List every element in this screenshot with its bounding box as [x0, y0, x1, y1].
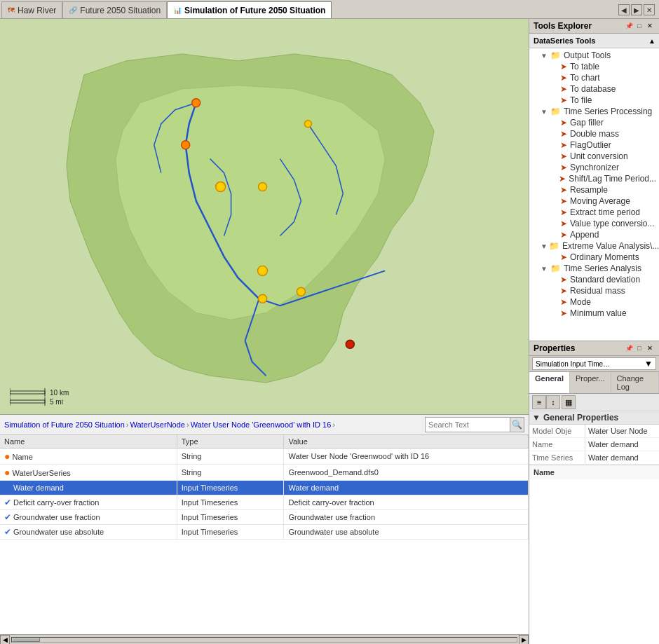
- tree-leaf-item[interactable]: ➤Resample: [529, 184, 659, 196]
- tree-leaf-item[interactable]: ➤Shift/Lag Time Period...: [529, 173, 659, 184]
- tree-arrow-icon: ➤: [560, 62, 567, 71]
- tree-leaf-item[interactable]: ➤FlagOutlier: [529, 139, 659, 151]
- props-sort-btn[interactable]: ↕: [546, 395, 560, 409]
- props-close-btn[interactable]: ✕: [645, 343, 655, 353]
- props-row: Name Water demand: [529, 438, 659, 451]
- tree-leaf-item[interactable]: ➤Ordinary Moments: [529, 252, 659, 263]
- tab-haw-river[interactable]: 🗺 Haw River: [1, 1, 62, 18]
- panel-pin-btn[interactable]: 📌: [624, 21, 634, 31]
- tree-leaf-item[interactable]: ➤To database: [529, 83, 659, 95]
- table-area: Simulation of Future 2050 Situation › Wa…: [0, 415, 529, 644]
- props-content: ≡ ↕ ▦ ▼ General Properties Model Obje Wa…: [529, 394, 659, 644]
- tree-expand-icon: ▼: [541, 52, 549, 60]
- tree-folder-item[interactable]: ▼📁Output Tools: [529, 50, 659, 61]
- tree-folder-item[interactable]: ▼📁Time Series Processing: [529, 106, 659, 117]
- tree-item-label: Ordinary Moments: [570, 252, 639, 262]
- hscroll-left-btn[interactable]: ◀: [0, 635, 10, 645]
- properties-title: Properties: [534, 343, 575, 353]
- tree-leaf-item[interactable]: ➤To file: [529, 95, 659, 106]
- breadcrumb-sep-0: ›: [126, 420, 129, 429]
- tree-leaf-item[interactable]: ➤Standard deviation: [529, 274, 659, 285]
- scale-ruler-mi: [10, 397, 48, 406]
- tools-explorer: Tools Explorer 📌 □ ✕ DataSeries Tools ▲ …: [529, 19, 659, 341]
- props-header-btns: 📌 □ ✕: [624, 343, 655, 353]
- cell-name: ✔ Groundwater use fraction: [0, 510, 177, 525]
- tree-folder-item[interactable]: ▼📁Extreme Value Analysis\...: [529, 240, 659, 252]
- tree-leaf-item[interactable]: ➤Double mass: [529, 128, 659, 139]
- tree-leaf-item[interactable]: ➤Residual mass: [529, 285, 659, 296]
- breadcrumb-item-0[interactable]: Simulation of Future 2050 Situation: [4, 420, 125, 429]
- tab-prev-btn[interactable]: ◀: [618, 4, 630, 15]
- hscroll-right-btn[interactable]: ▶: [519, 635, 529, 645]
- tree-arrow-icon: ➤: [560, 219, 567, 228]
- props-val: Water User Node: [585, 425, 659, 437]
- panel-float-btn[interactable]: □: [634, 21, 644, 31]
- tree-leaf-item[interactable]: ➤Minimum value: [529, 308, 659, 319]
- col-header-value: Value: [284, 435, 529, 448]
- search-button[interactable]: 🔍: [510, 418, 524, 432]
- tree-leaf-item[interactable]: ➤Append: [529, 229, 659, 240]
- col-header-type: Type: [177, 435, 284, 448]
- tab-simulation[interactable]: 📊 Simulation of Future 2050 Situation: [167, 1, 332, 18]
- scale-mi-label: 5 mi: [50, 398, 63, 406]
- tree-leaf-item[interactable]: ➤Gap filler: [529, 117, 659, 128]
- tab-properties[interactable]: Proper...: [570, 372, 611, 393]
- props-categorize-btn[interactable]: ▦: [562, 395, 576, 409]
- props-dropdown[interactable]: Simulation Input Timeseries - 1 ▼: [532, 357, 656, 370]
- hscroll-thumb[interactable]: [12, 638, 40, 642]
- tab-close-btn[interactable]: ✕: [644, 4, 655, 15]
- col-header-name: Name: [0, 435, 177, 448]
- tree-item-label: Extreme Value Analysis\...: [562, 241, 659, 251]
- tree-leaf-item[interactable]: ➤Value type conversio...: [529, 218, 659, 229]
- svg-point-6: [297, 287, 305, 296]
- dataseries-label: DataSeries Tools: [531, 36, 598, 45]
- row-check-icon: ✔: [4, 512, 11, 522]
- cell-name: ● WaterUserSeries: [0, 465, 177, 481]
- table-row[interactable]: ✔ Groundwater use absolute Input Timeser…: [0, 525, 529, 540]
- table-row[interactable]: ✔ Water demand Input Timeseries Water de…: [0, 481, 529, 495]
- props-section-general[interactable]: ▼ General Properties: [529, 411, 659, 425]
- tree-leaf-item[interactable]: ➤Moving Average: [529, 196, 659, 207]
- tree-folder-item[interactable]: ▼📁Time Series Analysis: [529, 263, 659, 274]
- tree-leaf-item[interactable]: ➤To chart: [529, 72, 659, 83]
- props-pin-btn[interactable]: 📌: [624, 343, 634, 353]
- tree-leaf-item[interactable]: ➤Extract time period: [529, 207, 659, 218]
- cell-type: Input Timeseries: [177, 481, 284, 495]
- tree-leaf-item[interactable]: ➤Synchronizer: [529, 162, 659, 173]
- tree-leaf-item[interactable]: ➤Unit conversion: [529, 151, 659, 162]
- tab-future-2050[interactable]: 🔗 Future 2050 Situation: [62, 1, 167, 18]
- tab-changelog[interactable]: Change Log: [611, 372, 659, 393]
- table-row[interactable]: ● WaterUserSeries String Greenwood_Deman…: [0, 465, 529, 481]
- tree-arrow-icon: ➤: [560, 140, 567, 150]
- table-row[interactable]: ✔ Deficit carry-over fraction Input Time…: [0, 495, 529, 510]
- collapse-btn[interactable]: ▲: [646, 35, 658, 46]
- search-input[interactable]: [426, 420, 510, 430]
- cell-value: Groundwater use fraction: [284, 510, 529, 525]
- tree-area: ▼📁Output Tools➤To table➤To chart➤To data…: [529, 48, 659, 341]
- tree-leaf-item[interactable]: ➤To table: [529, 61, 659, 72]
- breadcrumb-item-1[interactable]: WaterUserNode: [130, 420, 185, 429]
- dataseries-toolbar: DataSeries Tools ▲: [529, 34, 659, 48]
- tab-general[interactable]: General: [529, 372, 570, 393]
- hscroll-bar: ◀ ▶: [0, 634, 529, 644]
- table-row[interactable]: ● Name String Water User Node 'Greenwood…: [0, 448, 529, 465]
- props-list-view-btn[interactable]: ≡: [532, 395, 546, 409]
- tab-sim-icon: 📊: [173, 6, 182, 14]
- svg-point-2: [182, 141, 190, 149]
- properties-header: Properties 📌 □ ✕: [529, 341, 659, 356]
- svg-point-3: [216, 182, 226, 192]
- table-row[interactable]: ✔ Groundwater use fraction Input Timeser…: [0, 510, 529, 525]
- breadcrumb-item-2[interactable]: Water User Node 'Greenwood' with ID 16: [191, 420, 332, 429]
- right-panel: Tools Explorer 📌 □ ✕ DataSeries Tools ▲ …: [529, 19, 659, 644]
- tree-leaf-item[interactable]: ➤Mode: [529, 296, 659, 308]
- tree-item-label: Minimum value: [570, 308, 627, 318]
- tab-future-label: Future 2050 Situation: [80, 6, 161, 15]
- tools-explorer-title: Tools Explorer: [534, 21, 592, 31]
- tree-item-label: Standard deviation: [570, 275, 640, 285]
- tab-haw-river-label: Haw River: [18, 6, 56, 15]
- props-toolbar-icons-bar: ≡ ↕ ▦: [529, 394, 659, 411]
- tab-next-btn[interactable]: ▶: [631, 4, 642, 15]
- props-float-btn[interactable]: □: [634, 343, 644, 353]
- svg-point-8: [346, 340, 354, 348]
- panel-close-btn[interactable]: ✕: [645, 21, 655, 31]
